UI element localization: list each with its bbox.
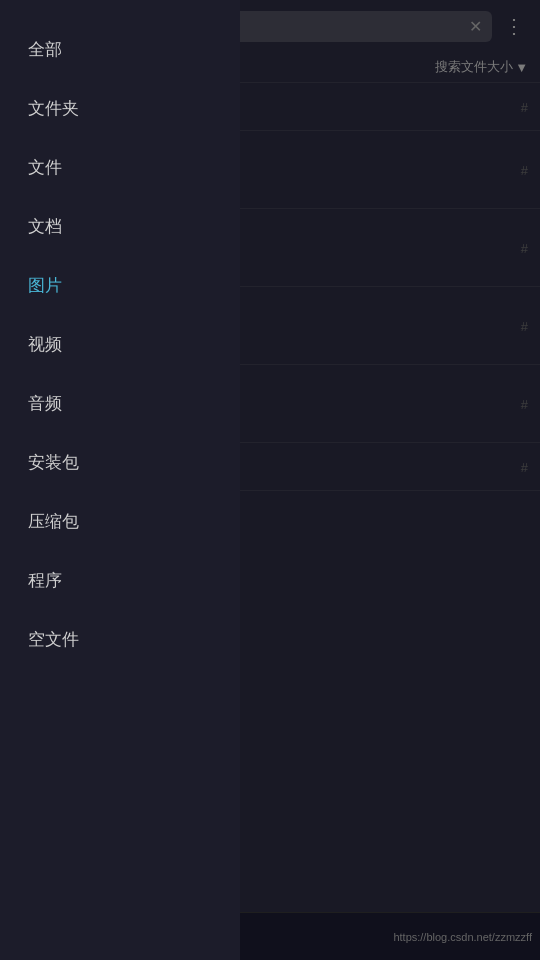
drawer-item-apk[interactable]: 安装包 bbox=[0, 433, 240, 492]
drawer-item-program[interactable]: 程序 bbox=[0, 551, 240, 610]
drawer-item-document[interactable]: 文档 bbox=[0, 197, 240, 256]
drawer-item-file[interactable]: 文件 bbox=[0, 138, 240, 197]
drawer-item-empty[interactable]: 空文件 bbox=[0, 610, 240, 669]
drawer-item-video[interactable]: 视频 bbox=[0, 315, 240, 374]
drawer-item-archive[interactable]: 压缩包 bbox=[0, 492, 240, 551]
drawer-item-image[interactable]: 图片 bbox=[0, 256, 240, 315]
drawer-item-folder[interactable]: 文件夹 bbox=[0, 79, 240, 138]
side-drawer: 全部文件夹文件文档图片视频音频安装包压缩包程序空文件 bbox=[0, 0, 240, 960]
drawer-item-all[interactable]: 全部 bbox=[0, 20, 240, 79]
drawer-item-audio[interactable]: 音频 bbox=[0, 374, 240, 433]
root: ✕ ⋮ 搜索文件大小 ▼ beauty.hwt/preview22 254.7K… bbox=[0, 0, 540, 960]
